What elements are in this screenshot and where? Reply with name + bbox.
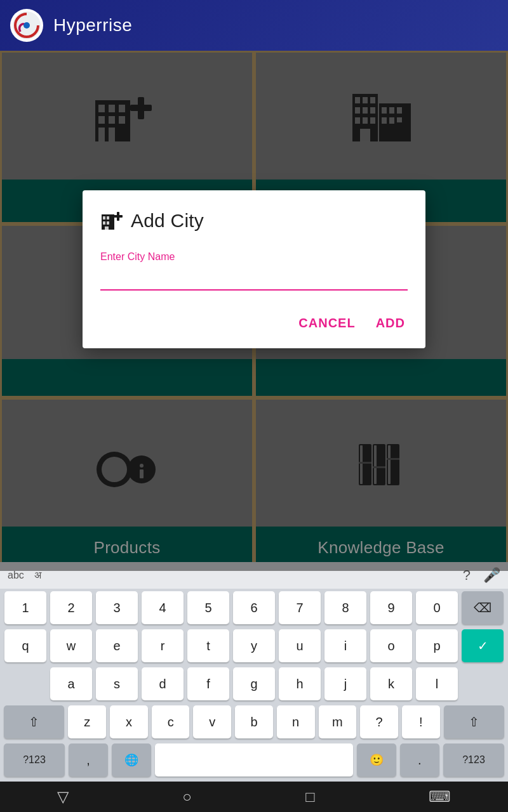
key-0[interactable]: 0 [416, 591, 458, 624]
nav-bar: ▽ ○ □ ⌨ [0, 782, 508, 812]
key-j[interactable]: j [324, 667, 366, 700]
key-m[interactable]: m [319, 705, 357, 738]
key-5[interactable]: 5 [187, 591, 229, 624]
row-a: a s d f g h j k l [0, 665, 508, 703]
svg-rect-59 [103, 216, 105, 219]
add-city-dialog: Add City Enter City Name CANCEL ADD [83, 190, 425, 348]
svg-point-1 [23, 22, 30, 29]
key-sym-right[interactable]: ?123 [443, 743, 504, 776]
key-3[interactable]: 3 [96, 591, 138, 624]
key-1[interactable]: 1 [4, 591, 46, 624]
cancel-button[interactable]: CANCEL [296, 311, 358, 336]
key-globe[interactable]: 🌐 [112, 743, 151, 776]
back-button[interactable]: ▽ [57, 788, 69, 806]
key-9[interactable]: 9 [370, 591, 412, 624]
key-b[interactable]: b [235, 705, 273, 738]
row-z: ⇧ z x c v b n m ? ! ⇧ [0, 703, 508, 741]
key-v[interactable]: v [193, 705, 231, 738]
key-emoji[interactable]: 🙂 [357, 743, 396, 776]
key-y[interactable]: y [233, 629, 275, 662]
key-i[interactable]: i [324, 629, 366, 662]
recent-button[interactable]: □ [305, 788, 315, 806]
svg-rect-61 [103, 221, 105, 225]
key-8[interactable]: 8 [324, 591, 366, 624]
home-button[interactable]: ○ [182, 788, 192, 806]
key-t[interactable]: t [187, 629, 229, 662]
key-d[interactable]: d [142, 667, 184, 700]
key-exclaim[interactable]: ! [402, 705, 440, 738]
key-q[interactable]: q [4, 629, 46, 662]
key-4[interactable]: 4 [142, 591, 184, 624]
key-6[interactable]: 6 [233, 591, 275, 624]
number-row: 1 2 3 4 5 6 7 8 9 0 ⌫ [0, 589, 508, 627]
row-bottom: ?123 , 🌐 🙂 . ?123 [0, 741, 508, 782]
key-n[interactable]: n [277, 705, 315, 738]
keyboard-button[interactable]: ⌨ [429, 788, 451, 806]
key-o[interactable]: o [370, 629, 412, 662]
app-bar: Hyperrise [0, 0, 508, 51]
lang-hindi[interactable]: अ [34, 570, 41, 581]
svg-rect-60 [107, 216, 109, 219]
dialog-buttons: CANCEL ADD [100, 311, 408, 336]
key-shift[interactable]: ⇧ [4, 705, 64, 738]
key-backspace[interactable]: ⌫ [462, 591, 504, 624]
key-c[interactable]: c [152, 705, 190, 738]
svg-rect-63 [105, 226, 109, 230]
key-shift-right[interactable]: ⇧ [444, 705, 504, 738]
key-e[interactable]: e [96, 629, 138, 662]
key-f[interactable]: f [187, 667, 229, 700]
svg-rect-62 [107, 221, 109, 225]
key-s[interactable]: s [96, 667, 138, 700]
key-a[interactable]: a [50, 667, 92, 700]
key-2[interactable]: 2 [50, 591, 92, 624]
key-confirm[interactable]: ✓ [462, 629, 504, 662]
lang-abc[interactable]: abc [8, 570, 24, 581]
key-7[interactable]: 7 [279, 591, 321, 624]
key-w[interactable]: w [50, 629, 92, 662]
city-name-input[interactable] [100, 265, 408, 291]
dialog-title-row: Add City [100, 208, 408, 233]
key-u[interactable]: u [279, 629, 321, 662]
key-sym[interactable]: ?123 [4, 743, 65, 776]
keyboard: abc अ ? 🎤 1 2 3 4 5 6 7 8 9 0 ⌫ q w e r … [0, 562, 508, 782]
key-k[interactable]: k [370, 667, 412, 700]
key-h[interactable]: h [279, 667, 321, 700]
add-button[interactable]: ADD [373, 311, 408, 336]
key-comma[interactable]: , [69, 743, 108, 776]
key-g[interactable]: g [233, 667, 275, 700]
row-q: q w e r t y u i o p ✓ [0, 627, 508, 665]
svg-rect-65 [114, 215, 123, 218]
key-p[interactable]: p [416, 629, 458, 662]
key-r[interactable]: r [142, 629, 184, 662]
add-city-dialog-icon [100, 208, 123, 233]
key-question[interactable]: ? [360, 705, 398, 738]
key-period[interactable]: . [400, 743, 439, 776]
dialog-title-text: Add City [131, 210, 204, 232]
dialog-input-label: Enter City Name [100, 251, 408, 263]
key-space[interactable] [155, 743, 352, 776]
key-l[interactable]: l [416, 667, 458, 700]
app-title: Hyperrise [53, 15, 132, 36]
key-z[interactable]: z [68, 705, 106, 738]
app-logo [10, 9, 43, 42]
key-x[interactable]: x [110, 705, 148, 738]
